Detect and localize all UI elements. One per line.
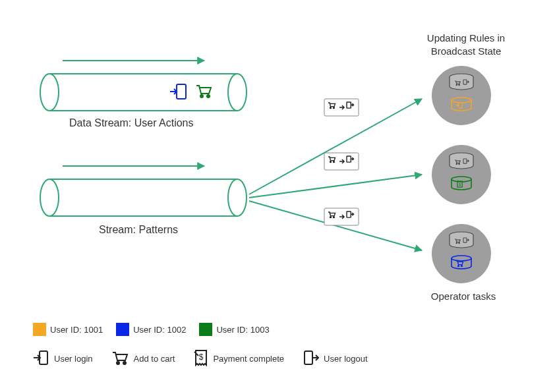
svg-point-25 (456, 242, 457, 243)
broadcast-arrow-2 (249, 175, 422, 198)
svg-rect-31 (177, 84, 186, 99)
legend-logout: User logout (303, 350, 367, 367)
title-updating-rules: Updating Rules in Broadcast State (417, 32, 515, 57)
pattern-badge-3 (324, 208, 359, 225)
svg-point-33 (207, 95, 210, 98)
legend-label: User logout (324, 354, 367, 364)
svg-point-29 (458, 266, 459, 267)
legend-user-3: User ID: 1003 (199, 323, 269, 336)
svg-point-47 (117, 362, 119, 364)
pattern-badge-2 (324, 153, 359, 170)
legend-payment: $ Payment complete (193, 349, 284, 368)
svg-point-44 (333, 217, 334, 218)
legend-label: User ID: 1003 (216, 325, 269, 335)
legend-label: User login (54, 354, 93, 364)
operator-node-3 (432, 224, 491, 283)
svg-point-32 (200, 95, 203, 98)
legend-users: User ID: 1001 User ID: 1002 User ID: 100… (33, 323, 270, 336)
swatch-icon (33, 323, 46, 336)
legend-user-1: User ID: 1001 (33, 323, 103, 336)
cylinder-user-actions (40, 74, 247, 111)
svg-point-30 (461, 266, 462, 267)
pattern-badge-1 (324, 99, 359, 116)
receipt-icon: $ (193, 349, 209, 368)
label-patterns: Stream: Patterns (99, 224, 178, 236)
svg-point-39 (330, 161, 332, 163)
cart-icon (111, 350, 130, 367)
title-operator-tasks: Operator tasks (427, 290, 500, 303)
svg-point-7 (228, 179, 247, 216)
legend-cart: Add to cart (111, 350, 175, 367)
svg-point-4 (40, 179, 59, 216)
svg-point-48 (123, 362, 126, 364)
login-icon (170, 84, 186, 99)
svg-point-35 (330, 107, 332, 109)
svg-text:$: $ (199, 352, 204, 362)
svg-rect-50 (305, 351, 312, 364)
logout-icon (303, 350, 320, 367)
legend-label: Add to cart (134, 354, 175, 364)
swatch-icon (199, 323, 212, 336)
legend-label: User ID: 1002 (133, 325, 186, 335)
operator-node-2: $ (432, 145, 491, 204)
svg-point-11 (459, 84, 459, 85)
legend-login: User login (33, 350, 93, 367)
login-icon (33, 350, 50, 367)
legend-actions: User login Add to cart $ Payment complet… (33, 349, 368, 368)
svg-point-10 (456, 84, 457, 85)
svg-point-36 (333, 107, 334, 109)
legend-user-2: User ID: 1002 (116, 323, 186, 336)
svg-point-17 (456, 163, 457, 164)
label-user-actions: Data Stream: User Actions (69, 117, 194, 129)
swatch-icon (116, 323, 129, 336)
legend-label: Payment complete (213, 354, 284, 364)
svg-point-43 (330, 217, 332, 218)
svg-point-3 (228, 74, 247, 111)
svg-point-18 (459, 163, 459, 164)
svg-point-0 (40, 74, 59, 111)
svg-point-40 (333, 161, 334, 163)
cylinder-patterns (40, 179, 247, 216)
cart-icon (196, 86, 211, 98)
legend-label: User ID: 1001 (50, 325, 103, 335)
operator-node-1 (432, 66, 491, 125)
svg-point-26 (459, 242, 459, 243)
